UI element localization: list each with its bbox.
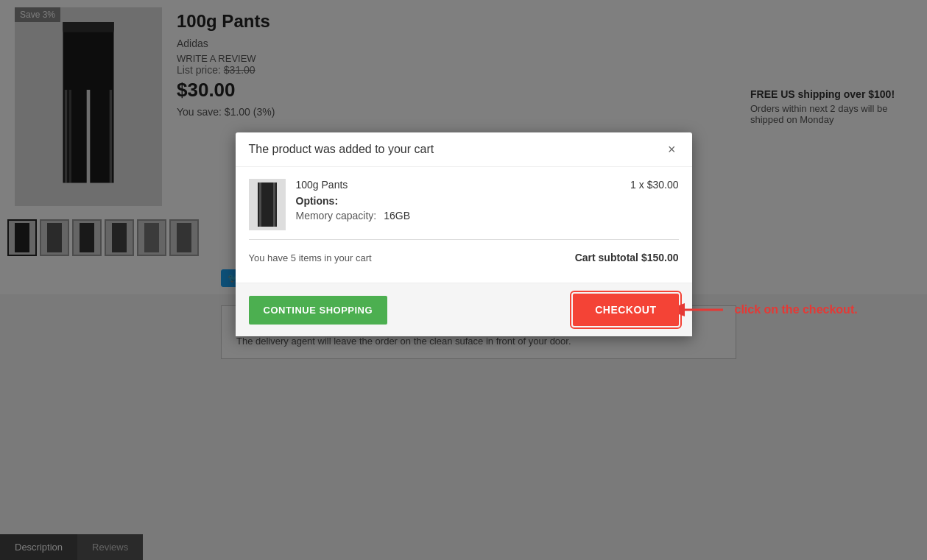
option-value: 16GB bbox=[384, 210, 410, 221]
modal-body: 100g Pants Options: Memory capacity: 16G… bbox=[236, 167, 692, 283]
cart-subtotal: Cart subtotal $150.00 bbox=[575, 252, 679, 263]
option-key: Memory capacity: bbox=[296, 210, 377, 221]
continue-shopping-button[interactable]: CONTINUE SHOPPING bbox=[249, 296, 388, 325]
cart-item: 100g Pants Options: Memory capacity: 16G… bbox=[249, 179, 679, 230]
page: Save 3% 100g Pants Adidas WRITE A bbox=[0, 0, 927, 560]
cart-items-count: You have 5 items in your cart bbox=[249, 252, 372, 263]
modal-title: The product was added to your cart bbox=[249, 143, 434, 156]
cart-item-options-label: Options: bbox=[296, 195, 621, 207]
modal-divider bbox=[249, 239, 679, 240]
cart-item-details: 100g Pants Options: Memory capacity: 16G… bbox=[296, 179, 621, 221]
cart-summary: You have 5 items in your cart Cart subto… bbox=[249, 247, 679, 271]
annotation-text: click on the checkout. bbox=[735, 302, 858, 318]
modal-header: The product was added to your cart × bbox=[236, 132, 692, 167]
cart-item-image bbox=[249, 179, 286, 230]
checkout-button[interactable]: CHECKOUT bbox=[573, 294, 678, 326]
cart-item-price: 1 x $30.00 bbox=[630, 179, 678, 191]
modal-overlay: The product was added to your cart × bbox=[0, 0, 927, 560]
annotation-wrapper: click on the checkout. bbox=[679, 297, 858, 323]
cart-item-name: 100g Pants bbox=[296, 179, 621, 191]
modal-close-button[interactable]: × bbox=[665, 143, 679, 156]
modal-footer: CONTINUE SHOPPING CHECKOUT bbox=[236, 283, 692, 336]
modal: The product was added to your cart × bbox=[236, 132, 692, 336]
cart-item-image-svg bbox=[256, 182, 278, 227]
svg-rect-15 bbox=[259, 182, 261, 227]
cart-item-option-row: Memory capacity: 16GB bbox=[296, 210, 621, 221]
svg-rect-16 bbox=[273, 182, 275, 227]
modal-footer-right: CHECKOUT click on the checkout. bbox=[573, 294, 678, 326]
arrow-icon bbox=[679, 297, 730, 323]
